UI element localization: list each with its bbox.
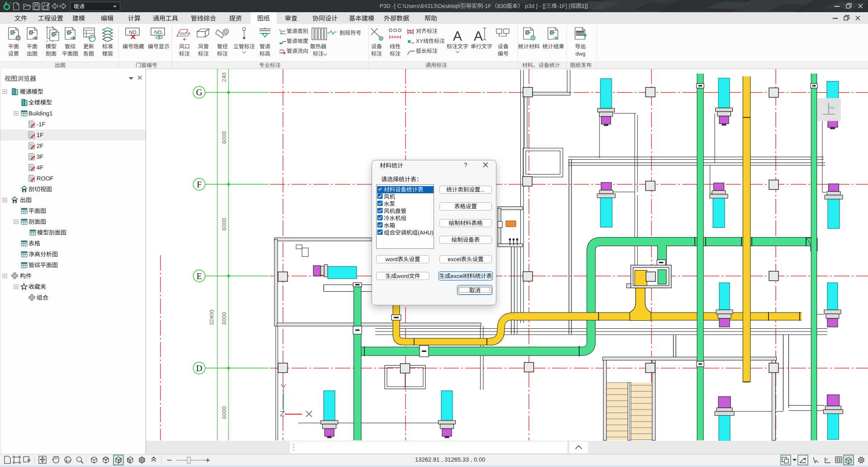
svg-text:13262.91 , 31265.33 , 0.00: 13262.91 , 31265.33 , 0.00 (415, 456, 485, 463)
